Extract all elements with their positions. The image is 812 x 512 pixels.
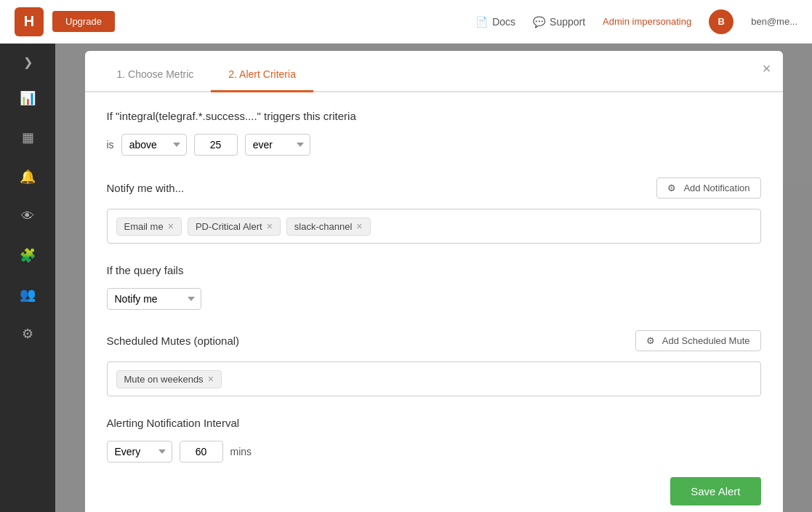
modal-tabs: 1. Choose Metric 2. Alert Criteria <box>85 58 783 92</box>
interval-section: Alerting Notification Interval Every Onc… <box>107 417 761 463</box>
tag-pd-critical-remove[interactable]: × <box>267 221 273 231</box>
sidebar: ❯ 📊 ▦ 🔔 👁 🧩 👥 ⚙ <box>0 44 55 512</box>
admin-impersonating-label: Admin impersonating <box>603 16 691 27</box>
mutes-section-header: Scheduled Mutes (optional) Add Scheduled… <box>107 330 761 351</box>
mutes-tags-container: Mute on weekends × <box>107 361 761 396</box>
tag-email-me: Email me × <box>116 217 182 236</box>
sidebar-item-users[interactable]: 👥 <box>9 276 46 313</box>
scheduled-mutes-section: Scheduled Mutes (optional) Add Scheduled… <box>107 330 761 396</box>
interval-row: Every Once mins <box>107 441 761 463</box>
threshold-input[interactable] <box>194 134 238 156</box>
support-link[interactable]: Support <box>533 16 585 28</box>
is-label: is <box>107 139 114 151</box>
query-fails-title: If the query fails <box>107 264 761 276</box>
notify-title: Notify me with... <box>107 182 185 194</box>
query-fails-section: If the query fails Notify me Ignore Aler… <box>107 264 761 310</box>
query-fails-select-wrap: Notify me Ignore Alert <box>107 288 201 310</box>
modal-overlay: × 1. Choose Metric 2. Alert Criteria If … <box>55 44 812 512</box>
avatar: B <box>709 9 733 34</box>
sidebar-item-puzzle[interactable]: 🧩 <box>9 237 46 273</box>
upgrade-button[interactable]: Upgrade <box>52 11 115 32</box>
user-email: ben@me... <box>751 16 797 27</box>
condition-select[interactable]: above below equals <box>121 134 187 156</box>
tag-pd-critical: PD-Critical Alert × <box>188 217 281 236</box>
frequency-select[interactable]: ever once always <box>245 134 310 156</box>
notify-section-header: Notify me with... Add Notification <box>107 177 761 199</box>
docs-link[interactable]: Docs <box>475 16 515 28</box>
criteria-row: is above below equals ever once always <box>107 134 761 156</box>
interval-frequency-select[interactable]: Every Once <box>107 441 172 463</box>
tag-mute-weekends: Mute on weekends × <box>116 370 222 388</box>
interval-value-input[interactable] <box>180 441 223 463</box>
tab-choose-metric[interactable]: 1. Choose Metric <box>100 58 212 92</box>
mutes-title: Scheduled Mutes (optional) <box>107 335 240 347</box>
logo: H <box>15 7 44 36</box>
sidebar-item-eye[interactable]: 👁 <box>9 198 46 234</box>
interval-unit-label: mins <box>230 446 252 457</box>
docs-icon <box>475 16 488 28</box>
notify-tags-container: Email me × PD-Critical Alert × slack-cha… <box>107 209 761 244</box>
gear-icon <box>667 183 679 193</box>
criteria-section: If "integral(telegraf.*.success...." tri… <box>107 110 761 156</box>
notify-section: Notify me with... Add Notification Email… <box>107 177 761 244</box>
criteria-title: If "integral(telegraf.*.success...." tri… <box>107 110 761 122</box>
support-icon <box>533 16 545 28</box>
tag-email-me-remove[interactable]: × <box>168 221 174 231</box>
topbar: H Upgrade Docs Support Admin impersonati… <box>0 0 812 44</box>
modal-body: If "integral(telegraf.*.success...." tri… <box>85 92 783 512</box>
gear-icon-mute <box>646 335 658 346</box>
sidebar-toggle[interactable]: ❯ <box>17 51 39 73</box>
query-fails-select[interactable]: Notify me Ignore Alert <box>107 288 201 310</box>
sidebar-item-chart[interactable]: 📊 <box>9 80 46 116</box>
modal: × 1. Choose Metric 2. Alert Criteria If … <box>85 51 783 512</box>
interval-title: Alerting Notification Interval <box>107 417 761 429</box>
topbar-right: Docs Support Admin impersonating B ben@m… <box>475 9 797 34</box>
main-area: × 1. Choose Metric 2. Alert Criteria If … <box>55 44 812 512</box>
add-notification-button[interactable]: Add Notification <box>656 177 760 199</box>
tab-alert-criteria[interactable]: 2. Alert Criteria <box>211 58 313 92</box>
sidebar-item-settings[interactable]: ⚙ <box>9 316 46 352</box>
tag-slack-channel: slack-channel × <box>286 217 371 236</box>
save-row: Save Alert <box>107 477 761 505</box>
save-alert-button[interactable]: Save Alert <box>670 477 760 505</box>
sidebar-item-grid[interactable]: ▦ <box>9 119 46 156</box>
add-scheduled-mute-button[interactable]: Add Scheduled Mute <box>635 330 761 351</box>
sidebar-item-bell[interactable]: 🔔 <box>9 159 46 195</box>
tag-mute-weekends-remove[interactable]: × <box>208 374 214 384</box>
tag-slack-remove[interactable]: × <box>356 221 362 231</box>
close-button[interactable]: × <box>763 61 771 76</box>
